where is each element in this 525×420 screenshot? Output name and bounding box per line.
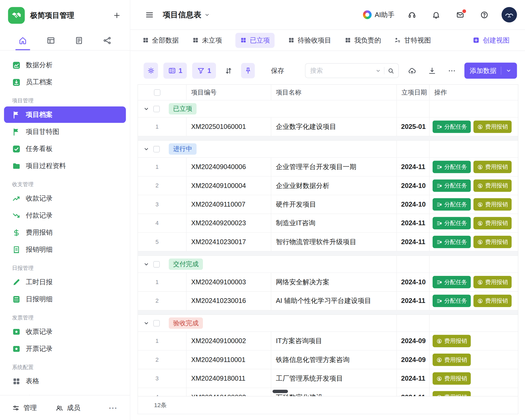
- support-button[interactable]: [405, 8, 418, 22]
- horizontal-scrollbar[interactable]: [272, 390, 288, 393]
- sidebar-more-button[interactable]: ⋯: [108, 403, 118, 413]
- sidebar-item[interactable]: 报销明细: [0, 241, 130, 258]
- table-row[interactable]: 3XM202409180011工厂管理系统开发项目2024-11费用报销: [138, 369, 518, 388]
- view-tab-2[interactable]: 未立项: [192, 36, 222, 45]
- field-config-button[interactable]: 1: [164, 63, 187, 79]
- expense-report-button[interactable]: 费用报销: [474, 198, 512, 211]
- expense-report-button[interactable]: 费用报销: [474, 161, 512, 173]
- table-row[interactable]: 2XM202409110001铁路信息化管理方案咨询2024-09费用报销: [138, 350, 518, 369]
- expense-report-button[interactable]: 费用报销: [474, 120, 512, 133]
- sidebar-item[interactable]: 收款记录: [0, 190, 130, 207]
- inbox-button[interactable]: [453, 8, 467, 22]
- sidebar-item[interactable]: 员工档案: [0, 74, 130, 91]
- assign-task-button[interactable]: 分配任务: [433, 180, 471, 192]
- column-header[interactable]: 项目编号: [186, 85, 271, 100]
- table-row[interactable]: 4XM202409200023制造业IT咨询2024-11分配任务费用报销: [138, 214, 518, 233]
- view-tab-4[interactable]: 待验收项目: [288, 36, 331, 45]
- table-row[interactable]: 1XM202501060001企业数字化建设项目2025-01分配任务费用报销: [138, 118, 518, 136]
- sidebar-nav-tab-3[interactable]: [73, 31, 85, 50]
- assign-task-button[interactable]: 分配任务: [433, 236, 471, 248]
- sheet-title-dropdown[interactable]: 项目信息表: [163, 9, 210, 20]
- group-select-checkbox[interactable]: [153, 320, 160, 326]
- help-button[interactable]: [477, 8, 491, 22]
- view-tab-6[interactable]: 甘特视图: [395, 36, 431, 45]
- sidebar-item[interactable]: 开票记录: [0, 340, 130, 357]
- sidebar-item[interactable]: 日报明细: [0, 291, 130, 308]
- sidebar-item[interactable]: 流程: [0, 390, 130, 395]
- caret-down-icon[interactable]: [143, 106, 150, 112]
- manage-button[interactable]: 管理: [12, 403, 37, 412]
- ai-assistant-button[interactable]: AI助手: [363, 10, 395, 19]
- caret-down-icon[interactable]: [143, 261, 150, 268]
- expense-report-button[interactable]: 费用报销: [474, 276, 512, 288]
- assign-task-button[interactable]: 分配任务: [433, 161, 471, 173]
- sidebar-item[interactable]: 表格: [0, 373, 130, 390]
- column-header[interactable]: 项目名称: [271, 85, 397, 100]
- sidebar-item[interactable]: 任务看板: [0, 140, 130, 157]
- toolbar-more-button[interactable]: [445, 63, 459, 79]
- expense-report-button[interactable]: 费用报销: [433, 335, 471, 347]
- export-button[interactable]: [425, 63, 439, 79]
- sidebar-nav-tab-2[interactable]: [45, 31, 57, 50]
- table-row[interactable]: 1XM202409100003网络安全解决方案2024-10分配任务费用报销: [138, 273, 518, 292]
- assign-task-button[interactable]: 分配任务: [433, 120, 471, 133]
- table-row[interactable]: 2XM202410230016AI 辅助个性化学习平台建设项目2024-11分配…: [138, 292, 518, 310]
- sidebar-item[interactable]: 收票记录: [0, 323, 130, 340]
- toggle-sidebar-button[interactable]: [143, 8, 156, 22]
- expense-report-button[interactable]: 费用报销: [433, 354, 471, 366]
- table-row[interactable]: 1XM202409040006企业管理平台开发项目一期2024-11分配任务费用…: [138, 158, 518, 176]
- expense-report-button[interactable]: 费用报销: [433, 391, 471, 396]
- sidebar-item[interactable]: 数据分析: [0, 57, 130, 74]
- expense-report-button[interactable]: 费用报销: [474, 295, 512, 307]
- sidebar-nav-tab-4[interactable]: [101, 31, 113, 50]
- caret-down-icon[interactable]: [143, 146, 150, 153]
- sidebar-item[interactable]: 项目档案: [4, 107, 126, 123]
- search-box[interactable]: [305, 63, 399, 78]
- sort-button[interactable]: [221, 63, 235, 79]
- group-select-checkbox[interactable]: [153, 261, 160, 267]
- select-all-checkbox[interactable]: [154, 89, 160, 96]
- assign-task-button[interactable]: 分配任务: [433, 217, 471, 229]
- sidebar-item[interactable]: 项目甘特图: [0, 123, 130, 140]
- sidebar-item[interactable]: 工时日报: [0, 274, 130, 291]
- import-button[interactable]: [405, 63, 419, 79]
- notifications-button[interactable]: [429, 8, 443, 22]
- chevron-down-icon[interactable]: [375, 68, 381, 74]
- assign-task-button[interactable]: 分配任务: [433, 198, 471, 211]
- table-row[interactable]: 5XM202410230017智行物流管理软件升级项目2024-11分配任务费用…: [138, 233, 518, 251]
- column-header[interactable]: 操作: [429, 85, 518, 100]
- table-row[interactable]: 1XM202409100002IT方案咨询项目2024-09费用报销: [138, 332, 518, 350]
- view-tab-7[interactable]: 创建视图: [472, 36, 510, 45]
- expense-report-button[interactable]: 费用报销: [433, 372, 471, 385]
- create-workspace-button[interactable]: [112, 10, 122, 20]
- search-input[interactable]: [309, 67, 372, 75]
- table-row[interactable]: 4XM202410100003万科数字化建设2024-11费用报销: [138, 388, 518, 396]
- expense-report-button[interactable]: 费用报销: [474, 217, 512, 229]
- search-icon[interactable]: [387, 67, 395, 74]
- sidebar-nav-tab-1[interactable]: [17, 31, 29, 50]
- expense-report-button[interactable]: 费用报销: [474, 236, 512, 248]
- chevron-down-icon[interactable]: [506, 68, 512, 74]
- expense-report-button[interactable]: 费用报销: [474, 180, 512, 192]
- group-select-checkbox[interactable]: [153, 146, 160, 152]
- sidebar-item[interactable]: 项目过程资料: [0, 157, 130, 174]
- add-record-button[interactable]: 添加数据: [464, 63, 517, 79]
- table-row[interactable]: 3XM202409110007硬件开发项目2024-10分配任务费用报销: [138, 195, 518, 214]
- caret-down-icon[interactable]: [143, 320, 150, 327]
- user-avatar[interactable]: [502, 7, 517, 23]
- view-tab-3[interactable]: 已立项: [235, 33, 275, 48]
- column-header[interactable]: 立项日期: [397, 85, 429, 100]
- view-settings-button[interactable]: [144, 63, 158, 79]
- filter-button[interactable]: 1: [192, 63, 216, 79]
- pin-button[interactable]: [241, 63, 255, 78]
- sidebar-item[interactable]: 费用报销: [0, 224, 130, 241]
- view-tab-5[interactable]: 我负责的: [344, 36, 381, 45]
- table-row[interactable]: 2XM202409100004企业业财数据分析2024-10分配任务费用报销: [138, 176, 518, 195]
- sidebar-item[interactable]: 付款记录: [0, 207, 130, 224]
- view-tab-1[interactable]: 全部数据: [142, 36, 179, 45]
- save-view-button[interactable]: 保存: [269, 66, 286, 76]
- assign-task-button[interactable]: 分配任务: [433, 276, 471, 288]
- assign-task-button[interactable]: 分配任务: [433, 295, 471, 307]
- group-select-checkbox[interactable]: [153, 106, 160, 112]
- members-button[interactable]: 成员: [56, 403, 80, 412]
